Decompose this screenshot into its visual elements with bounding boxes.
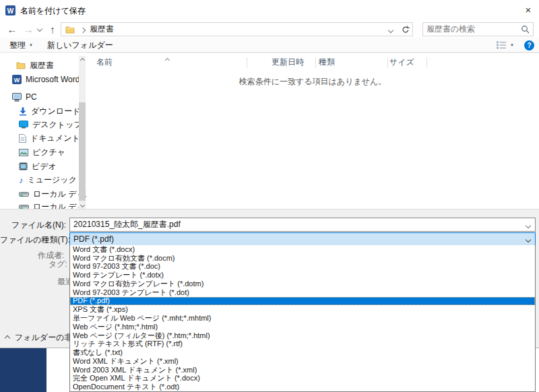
save-as-dialog: W 名前を付けて保存 × ← → ↑ 履歴書 履歴書の検索	[0, 0, 539, 392]
file-type-option[interactable]: Word 文書 (*.docx)	[70, 245, 535, 254]
column-separator[interactable]	[387, 57, 388, 68]
column-separator[interactable]	[247, 57, 247, 68]
file-type-option-selected[interactable]: PDF (*.pdf)	[70, 297, 535, 306]
file-type-value: PDF (*.pdf)	[70, 234, 526, 244]
file-type-option[interactable]: 書式なし (*.txt)	[70, 348, 535, 357]
column-header-name[interactable]: 名前	[96, 57, 113, 68]
file-type-option[interactable]: Word 2003 XML ドキュメント (*.xml)	[70, 366, 535, 374]
file-type-dropdown-chevron-icon[interactable]	[526, 234, 530, 244]
refresh-icon	[402, 26, 410, 34]
sidebar-item-label: PC	[26, 92, 37, 102]
file-name-value: 20210315_陸太郎_履歴書.pdf	[70, 219, 526, 230]
organize-button[interactable]: 整理 ▼	[5, 38, 37, 52]
command-bar: 整理 ▼ 新しいフォルダー ▼ ?	[0, 38, 539, 53]
file-name-input[interactable]: 20210315_陸太郎_履歴書.pdf	[69, 218, 536, 232]
sidebar-item-label: 履歴書	[30, 60, 54, 71]
column-separator[interactable]	[315, 57, 316, 68]
file-type-option[interactable]: リッチ テキスト形式 (RTF) (*.rtf)	[70, 339, 535, 348]
column-separator[interactable]	[426, 57, 427, 68]
refresh-button[interactable]	[398, 22, 413, 36]
search-placeholder: 履歴書の検索	[426, 24, 521, 35]
file-type-label: ファイルの種類(T):	[0, 234, 66, 246]
window-title: 名前を付けて保存	[20, 5, 86, 17]
file-type-option[interactable]: Word 97-2003 テンプレート (*.dot)	[70, 288, 535, 297]
desktop-icon	[19, 121, 28, 129]
folder-icon	[65, 26, 75, 34]
sidebar-item-pc[interactable]: PC	[0, 90, 91, 104]
file-type-option[interactable]: OpenDocument テキスト (*.odt)	[70, 383, 535, 391]
pictures-icon	[19, 149, 28, 156]
sidebar-item-label: ダウンロード	[31, 106, 80, 117]
sidebar-item-label: ドキュメント	[30, 133, 80, 144]
organize-label: 整理	[9, 40, 26, 51]
file-type-option[interactable]: 単一ファイル Web ページ (*.mht;*.mhtml)	[70, 314, 535, 323]
column-header-type[interactable]: 種類	[319, 57, 335, 68]
file-type-option[interactable]: Web ページ (フィルター後) (*.htm;*.html)	[70, 331, 535, 340]
search-icon	[521, 25, 530, 34]
breadcrumb-separator-chevron-icon	[81, 25, 85, 34]
forward-button[interactable]: →	[22, 20, 35, 38]
file-type-option[interactable]: Web ページ (*.htm;*.html)	[70, 323, 535, 331]
collapse-up-chevron-icon	[5, 333, 9, 342]
new-folder-label: 新しいフォルダー	[47, 40, 113, 51]
list-view-icon	[496, 41, 507, 49]
file-name-dropdown-chevron-icon[interactable]	[526, 220, 530, 230]
new-folder-button[interactable]: 新しいフォルダー	[43, 38, 117, 52]
sidebar-item-label: ミュージック	[28, 174, 77, 186]
help-icon: ?	[524, 40, 534, 51]
scroll-up-chevron-icon[interactable]	[79, 56, 86, 64]
address-bar[interactable]: 履歴書	[61, 22, 399, 36]
file-list-area[interactable]: 名前 更新日時 種類 サイズ 検索条件に一致する項目はありません。	[86, 53, 539, 209]
sidebar-item-label: デスクトップ	[32, 119, 82, 131]
column-header-size[interactable]: サイズ	[389, 57, 414, 68]
video-icon	[19, 162, 28, 170]
breadcrumb-folder[interactable]: 履歴書	[90, 24, 114, 35]
word-app-icon: W	[5, 5, 15, 15]
column-header-date-modified[interactable]: 更新日時	[272, 57, 304, 68]
sidebar-item-label: ピクチャ	[32, 147, 65, 158]
scroll-down-chevron-icon[interactable]	[79, 201, 86, 209]
file-type-option[interactable]: Word XML ドキュメント (*.xml)	[70, 357, 535, 366]
organize-dropdown-chevron-icon: ▼	[29, 43, 33, 47]
pc-icon	[12, 93, 22, 102]
file-name-label: ファイル名(N):	[0, 220, 66, 231]
navigation-bar: ← → ↑ 履歴書 履歴書の検索	[0, 20, 539, 38]
sidebar-item-microsoft-word[interactable]: W Microsoft Word	[0, 73, 91, 86]
recent-locations-chevron-icon[interactable]	[36, 20, 44, 38]
music-icon: ♪	[19, 176, 24, 185]
file-type-option[interactable]: Word テンプレート (*.dotx)	[70, 271, 535, 280]
document-icon	[19, 134, 26, 143]
file-type-option[interactable]: Word マクロ有効テンプレート (*.dotm)	[70, 280, 535, 288]
file-type-option[interactable]: XPS 文書 (*.xps)	[70, 305, 535, 314]
svg-text:W: W	[7, 7, 14, 15]
title-bar: W 名前を付けて保存 ×	[0, 0, 539, 20]
up-button[interactable]: ↑	[46, 20, 59, 38]
help-button[interactable]: ?	[520, 38, 538, 52]
svg-text:W: W	[14, 77, 20, 84]
views-button[interactable]: ▼	[492, 38, 518, 52]
sort-ascending-chevron-icon	[166, 55, 169, 64]
sidebar-scrollbar[interactable]	[79, 56, 86, 209]
address-dropdown-chevron-icon[interactable]	[389, 25, 393, 34]
disk-icon	[19, 191, 29, 198]
file-type-dropdown-list: Word 文書 (*.docx) Word マクロ有効文書 (*.docm) W…	[69, 245, 536, 392]
download-icon	[19, 107, 27, 116]
folder-icon	[16, 61, 26, 69]
file-type-option[interactable]: 完全 Open XML ドキュメント (*.docx)	[70, 374, 535, 383]
tags-label: タグ:	[49, 259, 67, 270]
search-input[interactable]: 履歴書の検索	[422, 22, 534, 36]
back-button[interactable]: ←	[5, 20, 19, 38]
desktop-navy-block	[0, 348, 46, 392]
sidebar-item-label: ビデオ	[32, 161, 57, 172]
word-icon: W	[12, 75, 22, 84]
file-type-option[interactable]: Word 97-2003 文書 (*.doc)	[70, 263, 535, 271]
empty-list-message: 検索条件に一致する項目はありません。	[86, 76, 539, 88]
views-dropdown-chevron-icon: ▼	[510, 43, 514, 47]
scrollbar-thumb[interactable]	[79, 102, 86, 201]
file-type-option[interactable]: Word マクロ有効文書 (*.docm)	[70, 254, 535, 263]
sidebar-item-label: Microsoft Word	[26, 75, 80, 84]
file-type-select[interactable]: PDF (*.pdf)	[69, 232, 536, 247]
close-icon[interactable]: ×	[519, 1, 538, 18]
